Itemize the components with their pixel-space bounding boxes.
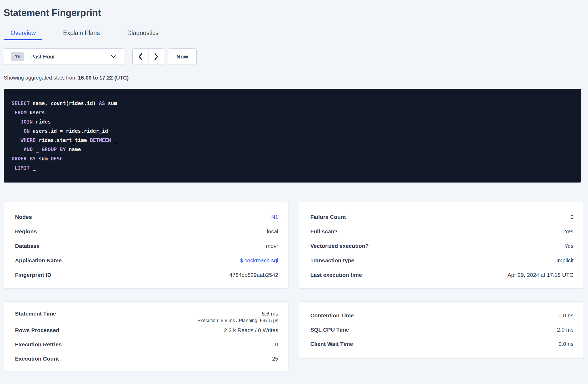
row-value: movr (266, 243, 278, 249)
page-title: Statement Fingerprint (4, 7, 588, 18)
row-label: Contention Time (310, 312, 354, 319)
chevron-down-icon (111, 55, 116, 58)
card-row: Full scan?Yes (310, 224, 574, 239)
row-label: Database (15, 243, 39, 249)
row-label: Vectorized execution? (310, 243, 369, 249)
card-row: Databasemovr (15, 239, 278, 253)
time-interval-badge: 1h (11, 52, 24, 61)
chevron-right-icon (154, 53, 158, 60)
aggregated-stats-range: 16:00 to 17:22 (UTC) (78, 75, 128, 81)
card-row: Regionslocal (15, 224, 278, 239)
time-interval-label: Past Hour (30, 53, 55, 60)
row-label: Full scan? (310, 228, 338, 235)
sql-line: ON users.id = rides.rider_id (12, 126, 573, 136)
chevron-left-icon (138, 53, 143, 60)
row-value: 0 (275, 341, 278, 348)
row-value: 6.6 ms (197, 311, 278, 317)
aggregated-stats-text: Showing aggregated stats from 16:00 to 1… (4, 75, 588, 81)
card-row: Last execution timeApr 29, 2024 at 17:18… (310, 268, 574, 282)
time-toolbar: 1h Past Hour Now (4, 48, 588, 65)
row-value: Implicit (556, 257, 574, 264)
row-value: 0.0 ns (559, 341, 574, 347)
sql-statement-box: SELECT name, count(rides.id) AS sum FROM… (4, 89, 581, 183)
sql-line: SELECT name, count(rides.id) AS sum (12, 99, 573, 108)
row-subvalue: Execution: 5.8 ms / Planning: 687.5 µs (197, 318, 278, 323)
sql-line: AND _ GROUP BY name (12, 145, 573, 154)
timing-card-left: Statement Time6.6 msExecution: 5.8 ms / … (4, 301, 288, 371)
row-value: 2.3 k Reads / 0 Writes (224, 327, 278, 333)
row-value: 25 (272, 356, 278, 362)
overview-card-right: Failure Count0Full scan?YesVectorized ex… (299, 202, 584, 289)
tab-bar: Overview Explain Plans Diagnostics (0, 26, 588, 40)
row-label: SQL CPU Time (310, 327, 349, 333)
row-value: 4784cb829aab2542 (229, 272, 278, 278)
now-button[interactable]: Now (168, 48, 197, 65)
time-nav-group (132, 48, 164, 65)
row-value: Yes (565, 228, 574, 235)
card-row: Fingerprint ID4784cb829aab2542 (15, 268, 278, 282)
time-interval-dropdown[interactable]: 1h Past Hour (4, 48, 124, 65)
row-label: Statement Time (15, 311, 56, 317)
row-value: local (267, 228, 278, 235)
card-row: SQL CPU Time2.0 ms (310, 323, 574, 337)
card-row: Rows Processed2.3 k Reads / 0 Writes (15, 323, 278, 337)
card-row: Execution Count25 (15, 352, 278, 366)
tab-explain-plans[interactable]: Explain Plans (57, 26, 106, 40)
sql-line: WHERE rides.start_time BETWEEN _ (12, 136, 573, 145)
tab-diagnostics[interactable]: Diagnostics (121, 26, 165, 40)
card-row: NodesN1 (15, 210, 278, 224)
row-label: Nodes (15, 214, 32, 220)
row-label: Execution Count (15, 356, 59, 362)
sql-line: FROM users (12, 108, 573, 117)
row-label: Application Name (15, 257, 62, 264)
row-label: Last execution time (310, 272, 362, 278)
row-value: 0 (570, 214, 574, 220)
row-label: Client Wait Time (310, 341, 353, 347)
card-row: Vectorized execution?Yes (310, 239, 574, 253)
card-row: Statement Time6.6 msExecution: 5.8 ms / … (15, 309, 278, 323)
tab-overview[interactable]: Overview (4, 26, 42, 40)
overview-card-left: NodesN1RegionslocalDatabasemovrApplicati… (4, 202, 288, 289)
row-label: Fingerprint ID (15, 272, 51, 278)
sql-line: JOIN rides (12, 117, 573, 126)
sql-line: ORDER BY sum DESC (12, 154, 573, 163)
prev-time-button[interactable] (133, 49, 148, 65)
row-value: Apr 29, 2024 at 17:18 UTC (507, 272, 574, 278)
row-value: 2.0 ms (557, 327, 574, 333)
row-label: Transaction type (310, 257, 354, 264)
timing-card-right: Contention Time0.0 nsSQL CPU Time2.0 msC… (299, 301, 584, 359)
card-row: Application Name$ cockroach sql (15, 253, 278, 268)
row-label: Failure Count (310, 214, 346, 220)
row-value-link[interactable]: N1 (271, 214, 278, 220)
card-row: Transaction typeImplicit (310, 253, 574, 268)
row-value-link[interactable]: $ cockroach sql (240, 257, 278, 264)
row-label: Regions (15, 228, 37, 235)
card-row: Failure Count0 (310, 210, 574, 224)
card-row: Execution Retries0 (15, 337, 278, 352)
row-label: Execution Retries (15, 341, 62, 348)
card-row: Contention Time0.0 ns (310, 308, 574, 323)
row-value: 0.0 ns (559, 312, 574, 319)
row-label: Rows Processed (15, 327, 59, 333)
next-time-button[interactable] (148, 49, 164, 65)
sql-line: LIMIT _ (12, 163, 573, 173)
card-row: Client Wait Time0.0 ns (310, 337, 574, 351)
row-value: Yes (565, 243, 574, 249)
